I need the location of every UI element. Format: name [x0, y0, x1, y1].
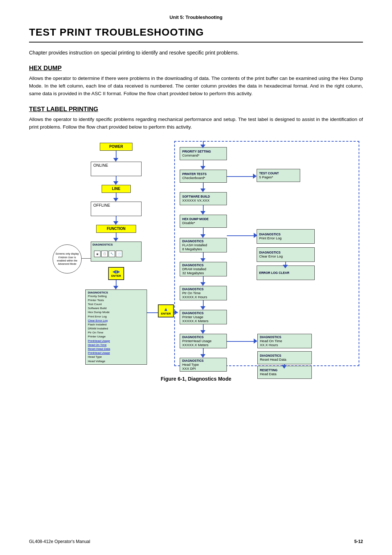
hex-dump-box: Hex Dump Mode Disable* [180, 215, 227, 228]
hex-to-print-err-line [227, 235, 257, 236]
reset-head-data-link[interactable]: Reset Head Data [88, 347, 144, 351]
head-on-time-box-right: DIAGNOSTICS Head On Time XX.X Hours [257, 334, 312, 348]
offline-box: OFFLINE [91, 202, 142, 216]
print-error-log-box: DIAGNOSTICS Print Error Log [257, 229, 315, 244]
hex-dump-heading: HEX DUMP [29, 65, 363, 72]
diagnostics-icon-box: DIAGNOSTICS 🖥 📋 🔧 📄 [91, 242, 142, 262]
function-box: FUNCTION [96, 225, 136, 233]
footer-right: 5-12 [354, 539, 363, 544]
arrow-head-type [200, 354, 205, 358]
dram-installed-box: DIAGNOSTICS DRAM Installed 32 Megabytes [180, 262, 227, 276]
enter-button-center[interactable]: ▲ ENTER [158, 304, 174, 317]
menu-items-list: Priority Setting Printer Tests Test Coun… [88, 294, 144, 363]
arrow-to-function [113, 221, 118, 225]
printhead-usage-link-2[interactable]: PrintHead Usage [88, 351, 144, 355]
software-build-box: Software Build XXXXXX VX.XXX [180, 192, 227, 205]
test-count-box: Test Count 5 Pages* [257, 169, 300, 182]
printhead-usage-link-1[interactable]: PrintHead Usage [88, 339, 144, 343]
unit-header: Unit 5: Troubleshooting [29, 15, 363, 20]
footer-left: GL408-412e Operator's Manual [29, 539, 90, 544]
ptr-on-time-box: DIAGNOSTICS Ptr On Time XXXXX.X Hours [180, 286, 227, 300]
screen-icon-4: 📄 [116, 251, 122, 257]
reset-head-data-box: DIAGNOSTICS Reset Head Data [257, 351, 312, 364]
printer-tests-box: Printer Tests Checkerboard* [180, 170, 227, 183]
arrow-to-menu [113, 286, 118, 289]
head-on-time-link[interactable]: Head On Time [88, 343, 144, 347]
screen-icon-1: 🖥 [94, 251, 101, 257]
hex-dump-text: Allows the operator to determine if ther… [29, 75, 363, 98]
power-box: POWER [100, 143, 132, 151]
arrow-priority [200, 145, 205, 148]
arrow-to-online [113, 158, 118, 162]
screen-icon-2: 📋 [101, 251, 108, 257]
arrow-test-count [253, 174, 257, 179]
diagnostics-menu-box: DIAGNOSTICS Priority Setting Printer Tes… [85, 289, 147, 365]
tests-to-count-line [227, 176, 256, 177]
arrow-to-offline [113, 198, 118, 202]
arrow-print-error [254, 233, 257, 238]
arrow-ph-usage [200, 330, 205, 334]
printerhead-usage-box: DIAGNOSTICS PrinterHead Usage XXXXX.X Me… [180, 334, 227, 348]
clear-error-log-link[interactable]: Clear Error Log [88, 319, 144, 323]
clear-error-log-box: DIAGNOSTICS Clear Error Log [257, 247, 315, 262]
test-label-heading: TEST LABEL PRINTING [29, 106, 363, 113]
test-label-text: Allows the operator to identify specific… [29, 116, 363, 131]
enter-button-left[interactable]: ◀ ▶ ENTER [108, 267, 124, 280]
page: Unit 5: Troubleshooting TEST PRINT TROUB… [0, 0, 392, 555]
test-label-section: TEST LABEL PRINTING Allows the operator … [29, 106, 363, 131]
arrow-after-hex [200, 234, 205, 238]
arrow-from-enter-center [174, 310, 178, 315]
figure-container: POWER ONLINE LINE OFFLINE [29, 139, 363, 382]
callout-bubble: Screens only display if Admin User is en… [53, 244, 82, 274]
line-box: LINE [102, 185, 131, 193]
arrow-head-on-time [254, 339, 257, 344]
printer-usage-box: DIAGNOSTICS Printer Usage XXXXX.X Meters [180, 310, 227, 324]
callout-line [82, 258, 91, 259]
figure-caption: Figure 6-1, Diagnostics Mode [161, 376, 231, 382]
unit-title: Unit 5: Troubleshooting [170, 15, 222, 20]
arrow-printer-usage [200, 306, 205, 310]
power-to-online-line [116, 151, 117, 159]
hex-dump-section: HEX DUMP Allows the operator to determin… [29, 65, 363, 98]
arrow-error-log-clear [283, 265, 288, 268]
screen-icon-3: 🔧 [109, 251, 115, 257]
arrow-hex-dump [200, 211, 205, 215]
arrow-printer-tests [200, 166, 205, 170]
arrow-to-line [113, 181, 118, 185]
chapter-title: TEST PRINT TROUBLESHOOTING [29, 27, 363, 42]
flash-installed-box: DIAGNOSTICS FLASH Installed 8 Megabytes [180, 238, 227, 252]
arrow-dram [200, 258, 205, 262]
intro-text: Chapter provides instruction on special … [29, 49, 363, 57]
head-type-main-box: DIAGNOSTICS Head Type XXX DPI [180, 358, 227, 372]
online-box: ONLINE [91, 162, 142, 176]
arrow-to-diag [113, 238, 118, 242]
ph-to-headon-line [227, 341, 257, 342]
arrow-resetting [282, 365, 287, 369]
arrow-ptr [200, 282, 205, 286]
hex-to-next-line [203, 228, 204, 235]
arrow-software-build [200, 189, 205, 192]
priority-setting-box: Priority Setting Command* [180, 147, 227, 160]
flowchart-diagram: POWER ONLINE LINE OFFLINE [29, 139, 363, 372]
